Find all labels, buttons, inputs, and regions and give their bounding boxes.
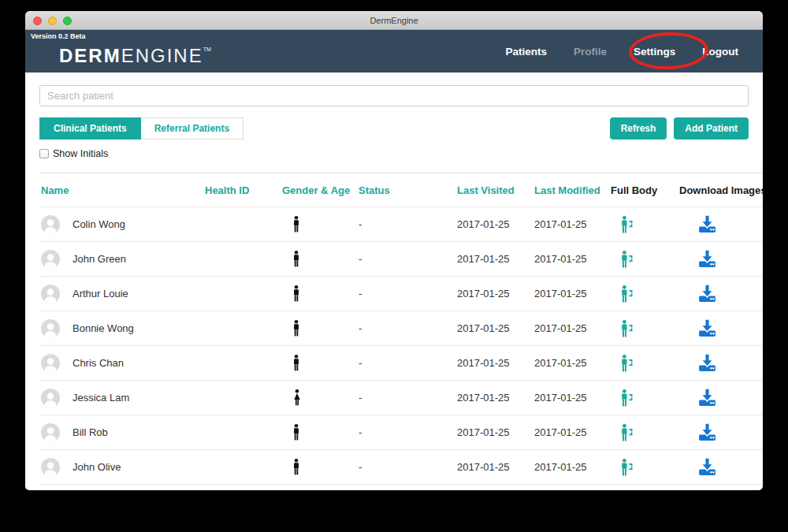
nav-profile[interactable]: Profile — [574, 46, 607, 58]
col-header-status[interactable]: Status — [359, 184, 457, 196]
full-body-icon[interactable] — [619, 389, 637, 407]
brand-engine: ENGINE — [121, 45, 203, 66]
male-icon — [292, 320, 301, 337]
last-modified-cell: 2017-01-25 — [534, 288, 611, 299]
last-visited-cell: 2017-01-25 — [457, 357, 534, 369]
app-window: DermEngine Version 0.2 Beta DERMENGINETM… — [25, 11, 763, 490]
tab-clinical-patients[interactable]: Clinical Patients — [39, 117, 141, 140]
download-images-icon[interactable] — [697, 389, 718, 407]
patient-avatar-icon — [41, 354, 60, 373]
patient-name[interactable]: Chris Chan — [72, 357, 124, 369]
gender-cell — [282, 424, 359, 441]
last-modified-cell: 2017-01-25 — [534, 461, 611, 473]
download-images-icon[interactable] — [697, 423, 718, 441]
patient-name[interactable]: Jessica Lam — [72, 392, 129, 404]
col-header-name[interactable]: Name — [39, 184, 205, 196]
status-cell: - — [359, 253, 457, 265]
patient-name[interactable]: John Olive — [72, 461, 121, 473]
window-title: DermEngine — [370, 16, 418, 25]
full-body-icon[interactable] — [619, 423, 637, 442]
patient-row[interactable]: Chris Chan - 2017-01-25 2017-01-25 — [39, 346, 763, 381]
table-body: Colin Wong - 2017-01-25 2017-01-25 — [39, 207, 763, 485]
tab-referral-patients[interactable]: Referral Patients — [141, 117, 243, 140]
col-header-full-body: Full Body — [611, 184, 679, 196]
gender-cell — [282, 216, 359, 233]
patient-row[interactable]: Arthur Louie - 2017-01-25 2017-01-25 — [39, 277, 763, 311]
download-images-icon[interactable] — [697, 285, 718, 303]
gender-cell — [282, 320, 359, 337]
status-cell: - — [359, 218, 457, 230]
patient-row[interactable]: Bill Rob - 2017-01-25 2017-01-25 — [39, 415, 763, 450]
gender-cell — [282, 459, 359, 475]
download-images-icon[interactable] — [697, 354, 718, 372]
full-body-icon[interactable] — [619, 354, 637, 373]
patient-avatar-icon — [41, 250, 60, 269]
patient-name[interactable]: Colin Wong — [72, 218, 125, 230]
status-cell: - — [359, 322, 457, 334]
status-cell: - — [359, 426, 457, 438]
patient-name[interactable]: John Green — [72, 253, 126, 265]
patient-avatar-icon — [41, 423, 60, 442]
status-cell: - — [359, 461, 457, 473]
full-body-icon[interactable] — [619, 319, 637, 338]
download-images-icon[interactable] — [697, 458, 718, 476]
patient-row[interactable]: John Green - 2017-01-25 2017-01-25 — [39, 242, 763, 277]
col-header-last-visited[interactable]: Last Visited — [457, 184, 534, 196]
patient-row[interactable]: Bonnie Wong - 2017-01-25 2017-01-25 — [39, 311, 763, 346]
brand-logo: DERMENGINETM — [59, 45, 211, 67]
window-titlebar: DermEngine — [25, 11, 763, 30]
full-body-icon[interactable] — [619, 215, 637, 234]
last-modified-cell: 2017-01-25 — [534, 357, 611, 369]
brand-trademark: TM — [203, 47, 211, 52]
status-cell: - — [359, 288, 457, 299]
col-header-health-id[interactable]: Health ID — [205, 184, 282, 196]
nav-logout[interactable]: Logout — [702, 46, 738, 58]
patient-avatar-icon — [41, 389, 60, 407]
patient-name[interactable]: Arthur Louie — [72, 288, 128, 299]
male-icon — [292, 251, 301, 267]
patient-tabs: Clinical Patients Referral Patients — [39, 117, 243, 140]
refresh-button[interactable]: Refresh — [610, 117, 667, 140]
patient-row[interactable]: Colin Wong - 2017-01-25 2017-01-25 — [39, 207, 763, 242]
gender-cell — [282, 355, 359, 371]
patient-name[interactable]: Bill Rob — [72, 426, 108, 438]
patient-name[interactable]: Bonnie Wong — [72, 322, 134, 334]
download-images-icon[interactable] — [697, 250, 718, 268]
last-visited-cell: 2017-01-25 — [457, 392, 534, 404]
table-header-row: Name Health ID Gender & Age Status Last … — [39, 173, 763, 207]
patient-avatar-icon — [41, 285, 60, 303]
patient-row[interactable]: John Olive - 2017-01-25 2017-01-25 — [39, 450, 763, 485]
full-body-icon[interactable] — [619, 285, 637, 303]
status-cell: - — [359, 392, 457, 404]
gender-cell — [282, 389, 359, 406]
nav-patients[interactable]: Patients — [505, 46, 547, 58]
minimize-window-button[interactable] — [48, 17, 57, 25]
version-label: Version 0.2 Beta — [31, 32, 86, 40]
search-input[interactable] — [39, 85, 749, 106]
gender-cell — [282, 285, 359, 302]
last-visited-cell: 2017-01-25 — [457, 426, 534, 438]
full-body-icon[interactable] — [619, 250, 637, 269]
main-nav: Patients Profile Settings Logout — [505, 30, 738, 73]
download-images-icon[interactable] — [697, 215, 718, 233]
last-visited-cell: 2017-01-25 — [457, 253, 534, 265]
col-header-last-modified[interactable]: Last Modified — [534, 184, 611, 196]
app-header: Version 0.2 Beta DERMENGINETM Patients P… — [25, 30, 763, 73]
col-header-gender-age[interactable]: Gender & Age — [282, 184, 359, 196]
patient-table: Name Health ID Gender & Age Status Last … — [39, 173, 763, 485]
add-patient-button[interactable]: Add Patient — [674, 117, 749, 140]
nav-settings[interactable]: Settings — [634, 46, 675, 58]
full-body-icon[interactable] — [619, 458, 637, 477]
male-icon — [292, 424, 301, 441]
gender-cell — [282, 251, 359, 267]
last-visited-cell: 2017-01-25 — [457, 218, 534, 230]
male-icon — [292, 355, 301, 371]
female-icon — [292, 389, 303, 406]
show-initials-checkbox[interactable] — [39, 149, 49, 158]
zoom-window-button[interactable] — [63, 17, 72, 25]
download-images-icon[interactable] — [697, 319, 718, 337]
last-modified-cell: 2017-01-25 — [534, 392, 611, 404]
close-window-button[interactable] — [33, 17, 42, 25]
patient-row[interactable]: Jessica Lam - 2017-01-25 2017-01-25 — [39, 381, 763, 415]
last-modified-cell: 2017-01-25 — [534, 218, 611, 230]
